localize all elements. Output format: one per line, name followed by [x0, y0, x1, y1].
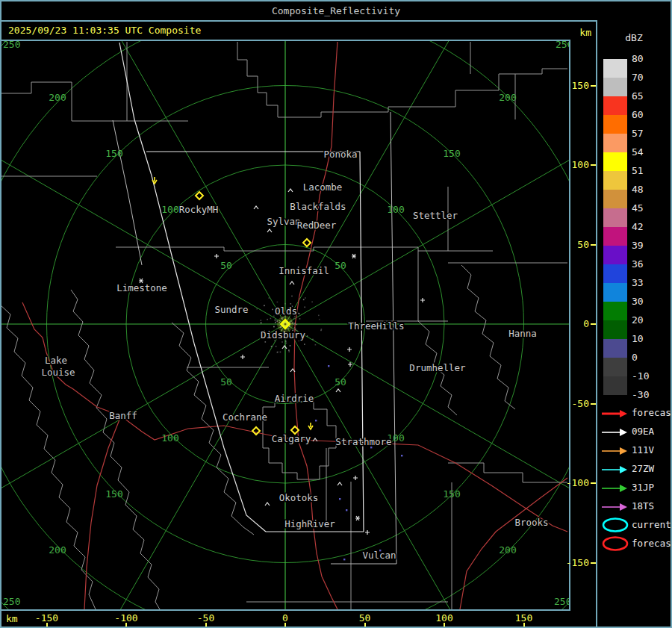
legend-panel: dBZ 807065605754514845423936333020100-10… [596, 20, 671, 627]
clutter-dot [269, 297, 270, 299]
forecast-arrow-icon [600, 408, 630, 418]
clutter-dot [320, 330, 322, 332]
y-tick-label: -150 [566, 558, 589, 568]
colorbar-label: 20 [632, 314, 644, 326]
range-ring-label: 100 [161, 204, 178, 215]
range-ring-label: 250 [556, 41, 569, 50]
city-label: Sylvan [267, 216, 300, 227]
range-ring-label: 200 [49, 544, 66, 556]
weak-echo-dot [370, 447, 372, 448]
clutter-dot [293, 318, 295, 320]
ellipse-label: current [632, 520, 671, 530]
colorbar-swatch [603, 283, 627, 302]
colorbar-label: 30 [632, 296, 644, 308]
range-ring-label: 150 [443, 148, 460, 159]
forecast-ellipse-icon [599, 535, 630, 552]
clutter-dot [270, 318, 272, 320]
radar-site-diamond [252, 427, 260, 435]
ellipse-glyph [603, 538, 627, 550]
colorbar-label: 51 [632, 165, 644, 177]
caret-marker [290, 282, 294, 285]
city-label: HighRiver [284, 518, 335, 529]
clutter-dot [298, 313, 299, 314]
arrow-head [620, 466, 627, 473]
city-label: Lake [45, 355, 67, 366]
range-ring-label: 100 [387, 204, 404, 215]
clutter-dot [311, 302, 313, 303]
colorbar-label: 48 [632, 184, 644, 196]
clutter-dot [276, 346, 277, 347]
vector-label: 09EA [632, 426, 654, 437]
vector-label: 27ZW [632, 464, 654, 474]
colorbar-swatch [603, 171, 627, 190]
arrow-head [620, 429, 627, 436]
city-label: Ponoka [323, 149, 357, 160]
x-tick-label: 150 [506, 612, 542, 624]
range-ring-label: 200 [49, 92, 66, 103]
city-label: Innisfail [279, 265, 329, 276]
clutter-dot [294, 327, 296, 329]
09EA-arrow-icon [600, 426, 630, 437]
city-label: Okotoks [279, 492, 319, 503]
x-axis: km -150-100-50050100150 [1, 611, 596, 627]
storm-motion-arrow [308, 423, 313, 429]
clutter-dot [288, 349, 290, 351]
clutter-dot [315, 344, 317, 346]
clutter-dot [285, 341, 287, 342]
clutter-dot [284, 303, 286, 305]
colorbar-swatch [603, 115, 627, 134]
colorbar-label: 42 [632, 221, 644, 233]
radial-line [285, 63, 569, 324]
y-tick-label: 0 [583, 319, 589, 329]
x-tick [523, 623, 525, 627]
clutter-dot [312, 339, 314, 341]
clutter-dot [288, 351, 290, 352]
range-ring-label: 50 [335, 260, 346, 271]
clutter-dot [303, 299, 305, 301]
caret-marker [288, 189, 293, 192]
colorbar-swatch [603, 134, 627, 152]
city-label: RedDeer [297, 220, 337, 231]
clutter-dot [294, 323, 296, 324]
clutter-dot [277, 352, 279, 353]
colorbar-swatch [603, 358, 627, 376]
27ZW-arrow-icon [600, 464, 630, 474]
clutter-dot [281, 341, 283, 343]
plus-marker [365, 530, 370, 535]
x-tick [205, 623, 207, 627]
city-label: Cochrane [223, 411, 267, 423]
clutter-dot [273, 326, 275, 328]
colorbar-label: 39 [632, 240, 644, 252]
caret-marker [267, 229, 272, 232]
clutter-dot [319, 319, 320, 320]
radar-viewer-window: Composite_Reflectivity 2025/09/23 11:03:… [0, 0, 672, 628]
range-ring-label: 150 [105, 488, 122, 500]
city-label: Hanna [508, 328, 537, 339]
city-label: Olds [275, 305, 297, 317]
colorbar-swatch [603, 208, 627, 227]
colorbar-swatch [603, 152, 627, 171]
map-svg[interactable]: 5050505010010010010015015015015020020020… [1, 41, 569, 609]
vector-label: forecast [632, 408, 672, 418]
city-label: Sundre [214, 304, 248, 315]
clutter-dot [280, 352, 281, 353]
caret-marker [265, 503, 270, 506]
y-tick [591, 482, 596, 484]
range-ring-label: 200 [499, 92, 516, 103]
plus-marker [347, 347, 352, 352]
caret-marker [337, 482, 342, 485]
city-label: Brooks [514, 517, 548, 528]
vector-label: 111V [632, 445, 654, 456]
range-ring-label: 250 [3, 41, 20, 50]
colorbar-label: 54 [632, 146, 644, 158]
city-label: Lacombe [303, 181, 343, 193]
y-tick-label: 50 [577, 240, 589, 250]
y-tick [591, 403, 596, 405]
city-label: RockyMH [179, 204, 219, 215]
18TS-arrow-icon [600, 501, 630, 512]
y-tick [591, 562, 596, 564]
caret-marker [254, 206, 258, 209]
city-label: Limestone [116, 282, 167, 293]
arrow-head [620, 503, 627, 511]
clutter-dot [286, 343, 287, 344]
